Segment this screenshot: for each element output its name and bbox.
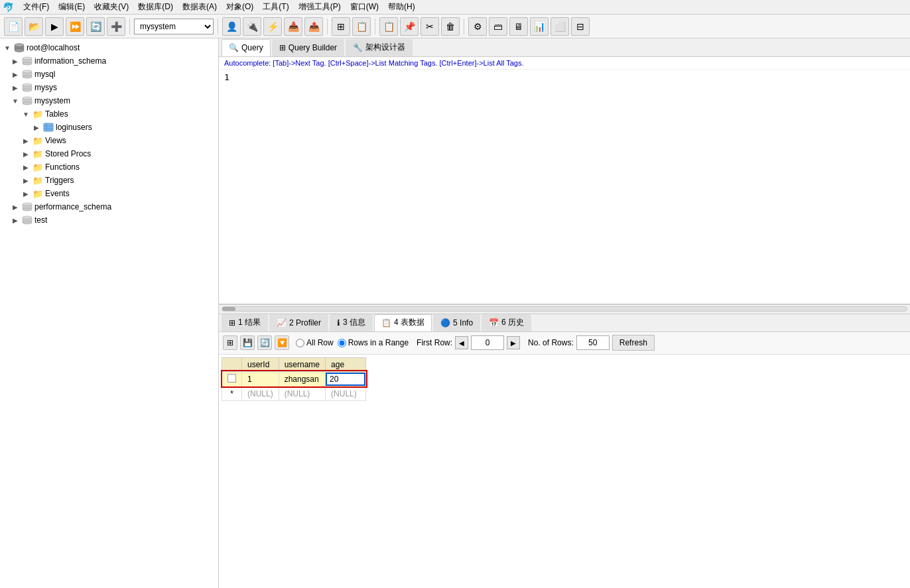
bottom-tab-history[interactable]: 📅 6 历史 [482,314,531,331]
toolbar-disconnect-btn[interactable]: ⚡ [263,17,282,36]
all-row-option[interactable]: All Row [296,338,334,347]
perf-schema-toggle[interactable]: ▶ [11,202,20,211]
mysys-toggle[interactable]: ▶ [11,83,20,92]
data-filter-btn[interactable]: 🔽 [275,335,289,350]
bottom-tab-info3[interactable]: ℹ 3 信息 [330,314,373,331]
menu-edit[interactable]: 编辑(E) [54,0,89,14]
loginusers-toggle[interactable]: ▶ [32,123,41,132]
menu-tools[interactable]: 工具(T) [259,0,292,14]
info-schema-toggle[interactable]: ▶ [11,56,20,66]
toolbar-refresh-btn[interactable]: 🔄 [86,17,105,36]
toolbar-copy-btn[interactable]: 📋 [379,17,398,36]
row2-username[interactable]: (NULL) [279,386,325,400]
sidebar-item-events[interactable]: ▶ 📁 Events [0,187,218,200]
toolbar-split-btn[interactable]: ⬜ [551,17,569,36]
tab-query-builder[interactable]: ⊞ Query Builder [272,39,344,56]
sidebar-item-information_schema[interactable]: ▶ information_schema [0,54,218,68]
row1-username[interactable]: zhangsan [279,371,325,386]
bottom-tab-info5[interactable]: 🔵 5 Info [433,314,480,331]
col-header-username[interactable]: username [279,357,325,371]
sidebar-item-triggers[interactable]: ▶ 📁 Triggers [0,174,218,187]
mysql-toggle[interactable]: ▶ [11,70,20,79]
sidebar-item-views[interactable]: ▶ 📁 Views [0,134,218,147]
data-reload-btn[interactable]: 🔄 [257,335,272,350]
sidebar-item-test[interactable]: ▶ test [0,213,218,227]
no-of-rows-input[interactable] [576,335,610,350]
prev-page-btn[interactable]: ◀ [455,336,468,349]
row1-checkbox[interactable] [228,374,236,382]
tab-schema-designer[interactable]: 🔧 架构设计器 [346,39,413,56]
toolbar-cut-btn[interactable]: ✂ [421,17,439,36]
next-page-btn[interactable]: ▶ [507,336,520,349]
all-row-radio[interactable] [296,339,304,347]
toolbar-monitor-btn[interactable]: 📊 [530,17,549,36]
sidebar-item-stored-procs[interactable]: ▶ 📁 Stored Procs [0,147,218,160]
range-row-option[interactable]: Rows in a Range [338,338,409,347]
row1-age[interactable] [326,371,366,386]
menu-favorites[interactable]: 收藏夹(V) [90,0,133,14]
range-row-radio[interactable] [338,339,346,347]
toolbar-layout-btn[interactable]: ⊟ [571,17,590,36]
row1-checkbox-cell[interactable] [222,371,242,386]
toolbar-grid-btn[interactable]: ⊞ [332,17,350,36]
functions-toggle[interactable]: ▶ [21,162,31,172]
menu-database[interactable]: 数据库(D) [134,0,177,14]
bottom-tab-results[interactable]: ⊞ 1 结果 [222,314,268,331]
col-header-userId[interactable]: userId [242,357,279,371]
menu-file[interactable]: 文件(F) [19,0,53,14]
h-scrollbar[interactable] [219,304,910,314]
sidebar-item-tables[interactable]: ▼ 📁 Tables [0,107,218,121]
h-scrollbar-thumb[interactable] [222,307,235,311]
first-row-input[interactable] [471,335,504,350]
data-grid-btn[interactable]: ⊞ [223,335,237,350]
bottom-tab-profiler[interactable]: 📈 2 Profiler [269,314,328,331]
toolbar-table-mgr-btn[interactable]: 🗃 [489,17,507,36]
row2-age[interactable]: (NULL) [326,386,366,400]
refresh-button[interactable]: Refresh [612,335,655,351]
triggers-toggle[interactable]: ▶ [21,176,31,185]
mysystem-toggle[interactable]: ▼ [11,96,20,105]
toolbar-fastforward-btn[interactable]: ⏩ [66,17,84,36]
root-toggle[interactable]: ▼ [3,43,12,52]
toolbar-add-btn[interactable]: ➕ [107,17,125,36]
toolbar-user-btn[interactable]: 👤 [222,17,241,36]
menu-window[interactable]: 窗口(W) [346,0,383,14]
toolbar-settings-btn[interactable]: ⚙ [468,17,487,36]
menu-enhance[interactable]: 增强工具(P) [294,0,345,14]
bottom-tab-tabledata[interactable]: 📋 4 表数据 [374,314,432,331]
menu-help[interactable]: 帮助(H) [384,0,419,14]
row1-userid[interactable]: 1 [242,371,279,386]
views-toggle[interactable]: ▶ [21,136,31,145]
toolbar-export-btn[interactable]: 📤 [304,17,323,36]
toolbar-form-btn[interactable]: 📋 [352,17,371,36]
test-toggle[interactable]: ▶ [11,215,20,225]
menu-object[interactable]: 对象(O) [222,0,257,14]
events-toggle[interactable]: ▶ [21,189,31,198]
col-header-age[interactable]: age [326,357,366,371]
toolbar-run-btn[interactable]: ▶ [45,17,64,36]
sidebar-item-functions[interactable]: ▶ 📁 Functions [0,160,218,174]
sql-editor[interactable]: 1 [219,70,910,304]
stored-procs-toggle[interactable]: ▶ [21,149,31,158]
sidebar-item-performance-schema[interactable]: ▶ performance_schema [0,200,218,213]
row1-age-input[interactable] [326,373,365,386]
toolbar-open-btn[interactable]: 📂 [25,17,43,36]
menu-table[interactable]: 数据表(A) [178,0,221,14]
toolbar-delete-btn[interactable]: 🗑 [441,17,460,36]
toolbar-paste-btn[interactable]: 📌 [400,17,419,36]
row2-userid[interactable]: (NULL) [242,386,279,400]
data-save-btn[interactable]: 💾 [240,335,255,350]
toolbar-import-btn[interactable]: 📥 [284,17,302,36]
toolbar-server-btn[interactable]: 🖥 [509,17,528,36]
db-selector[interactable]: mysystem [134,19,214,34]
h-scrollbar-track[interactable] [222,306,907,312]
tab-query[interactable]: 🔍 Query [222,39,271,56]
sidebar-item-mysql[interactable]: ▶ mysql [0,68,218,81]
toolbar-connect-btn[interactable]: 🔌 [243,17,261,36]
tables-toggle[interactable]: ▼ [21,109,31,119]
sidebar-item-mysystem[interactable]: ▼ mysystem [0,94,218,107]
toolbar-new-btn[interactable]: 📄 [4,17,23,36]
sidebar-root[interactable]: ▼ root@localhost [0,41,218,54]
sidebar-item-mysys[interactable]: ▶ mysys [0,81,218,94]
sidebar-item-loginusers[interactable]: ▶ loginusers [0,121,218,134]
